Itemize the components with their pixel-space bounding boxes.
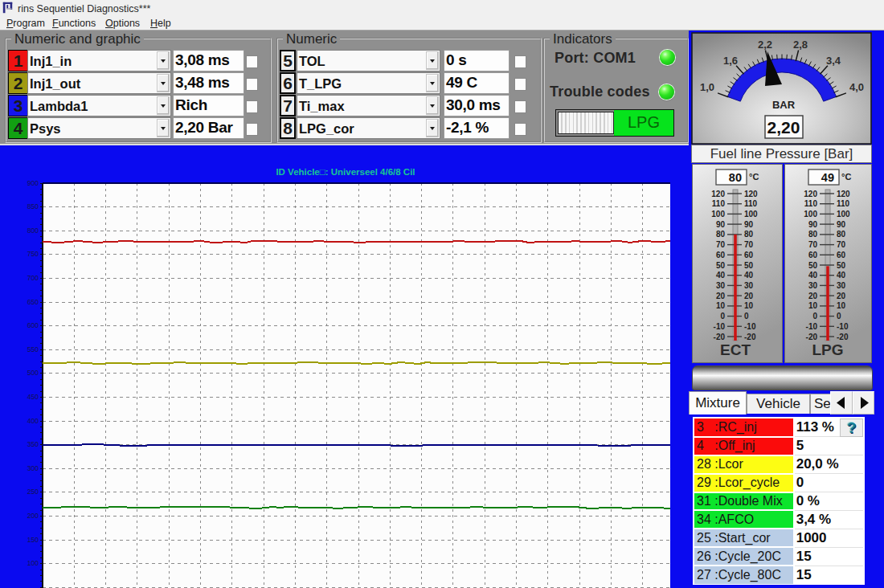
svg-text:80: 80 [808,230,818,239]
svg-text:3,4: 3,4 [826,55,841,67]
svg-text:50: 50 [716,261,726,270]
svg-text:110: 110 [804,199,818,208]
svg-text:°C: °C [841,172,851,182]
svg-text:0: 0 [837,312,841,321]
svg-text:110: 110 [744,199,758,208]
svg-text:30: 30 [744,281,754,290]
svg-text:70: 70 [716,240,726,249]
svg-text:120: 120 [711,190,725,198]
svg-text:1,0: 1,0 [700,81,714,93]
svg-text:-20: -20 [806,333,818,341]
svg-text:-20: -20 [714,333,726,341]
svg-text:120: 120 [744,190,758,198]
svg-text:90: 90 [716,220,726,229]
svg-text:-10: -10 [744,322,756,331]
svg-text:100: 100 [804,210,817,218]
svg-text:40: 40 [808,271,818,280]
svg-text:90: 90 [837,220,846,229]
svg-text:ECT: ECT [720,341,751,358]
svg-text:4,0: 4,0 [849,81,864,93]
svg-text:0: 0 [720,312,725,321]
svg-text:60: 60 [837,251,846,259]
svg-text:60: 60 [744,251,754,259]
svg-text:100: 100 [837,210,850,218]
svg-text:110: 110 [712,199,726,208]
svg-text:80: 80 [744,230,754,239]
svg-text:°C: °C [749,172,759,182]
svg-text:-10: -10 [714,322,726,331]
svg-text:30: 30 [716,281,726,290]
svg-text:70: 70 [837,240,846,249]
svg-text:60: 60 [808,251,818,259]
svg-text:70: 70 [744,240,754,249]
svg-text:20: 20 [744,292,754,300]
svg-text:40: 40 [716,271,726,280]
svg-text:50: 50 [744,261,754,270]
svg-text:-20: -20 [837,333,849,341]
svg-text:1,6: 1,6 [723,55,738,67]
svg-text:20: 20 [837,292,846,300]
svg-text:80: 80 [729,171,742,184]
svg-text:0: 0 [744,312,749,321]
svg-text:90: 90 [808,220,818,229]
svg-text:-10: -10 [837,322,849,331]
svg-text:40: 40 [837,271,846,280]
svg-text:-10: -10 [806,322,818,331]
svg-text:50: 50 [837,261,846,270]
svg-text:120: 120 [804,190,817,198]
svg-text:30: 30 [808,281,818,290]
svg-text:2,20: 2,20 [767,118,800,137]
svg-text:20: 20 [808,292,818,300]
svg-text:-20: -20 [744,333,756,341]
svg-text:90: 90 [744,220,754,229]
svg-text:10: 10 [716,301,726,310]
svg-text:100: 100 [711,210,725,218]
svg-text:70: 70 [808,240,818,249]
svg-text:2,2: 2,2 [758,39,772,51]
svg-text:120: 120 [837,190,850,198]
svg-text:10: 10 [837,301,846,310]
svg-text:49: 49 [821,171,834,184]
svg-text:20: 20 [716,292,726,300]
svg-text:10: 10 [744,301,754,310]
svg-text:50: 50 [808,261,818,270]
svg-text:BAR: BAR [772,99,796,111]
svg-text:0: 0 [812,312,817,321]
svg-text:110: 110 [837,199,850,208]
svg-text:10: 10 [808,301,818,310]
svg-text:100: 100 [744,210,758,218]
svg-text:60: 60 [716,251,726,259]
svg-text:40: 40 [744,271,754,280]
svg-text:30: 30 [837,281,846,290]
svg-text:80: 80 [716,230,726,239]
svg-text:2,8: 2,8 [793,39,808,51]
svg-text:LPG: LPG [812,341,843,358]
svg-text:80: 80 [837,230,846,239]
